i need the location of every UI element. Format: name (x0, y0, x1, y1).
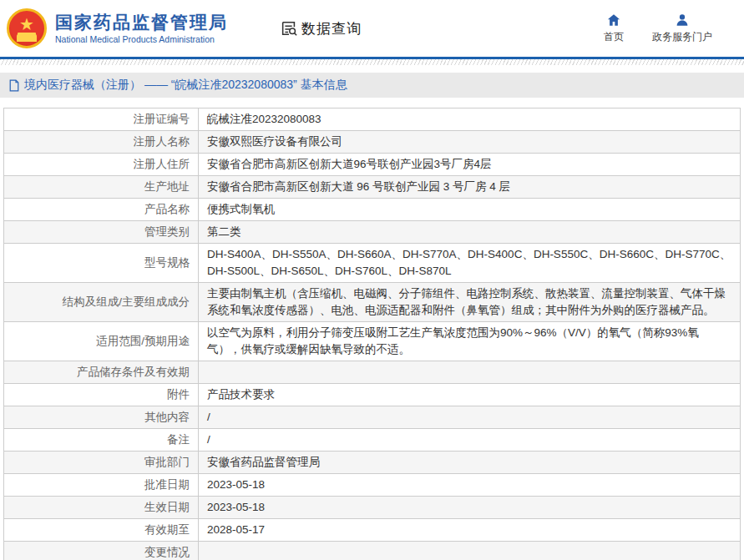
emblem-star-icon: ★ (19, 16, 34, 33)
row-value: 安徽双熙医疗设备有限公司 (199, 131, 741, 154)
table-row: 产品名称便携式制氧机 (4, 199, 741, 221)
row-label: 产品名称 (4, 199, 199, 221)
hatched-band (0, 59, 744, 65)
row-label: 附件 (4, 384, 199, 406)
row-value: 安徽省药品监督管理局 (199, 452, 741, 474)
data-query-tab[interactable]: 数据查询 (280, 19, 362, 38)
row-label: 生产地址 (4, 176, 199, 199)
page-header: ★ 国家药品监督管理局 National Medical Products Ad… (0, 0, 744, 57)
table-row: 生产地址安徽省合肥市高新区创新大道 96 号联创产业园 3 号厂房 4 层 (4, 176, 741, 199)
table-row: 附件产品技术要求 (4, 384, 741, 406)
row-label: 适用范围/预期用途 (4, 322, 199, 361)
row-value (199, 361, 741, 384)
row-label: 备注 (4, 429, 199, 452)
row-label: 产品储存条件及有效期 (4, 361, 199, 384)
row-label: 注册人名称 (4, 131, 199, 154)
row-value: 产品技术要求 (199, 384, 741, 406)
table-row: 注册人住所安徽省合肥市高新区创新大道96号联创产业园3号厂房4层 (4, 154, 741, 176)
row-value: 主要由制氧主机（含压缩机、电磁阀、分子筛组件、电路控制系统、散热装置、流量控制装… (199, 283, 741, 322)
row-label: 批准日期 (4, 474, 199, 497)
registration-info-table: 注册证编号皖械注准20232080083注册人名称安徽双熙医疗设备有限公司注册人… (3, 108, 741, 560)
table-row: 型号规格DH-S400A、DH-S550A、DH-S660A、DH-S770A、… (4, 244, 741, 283)
row-label: 型号规格 (4, 244, 199, 283)
table-row: 备注/ (4, 429, 741, 452)
row-label: 注册证编号 (4, 108, 199, 131)
row-value: / (199, 429, 741, 452)
row-value (199, 542, 741, 560)
nav-item-home[interactable]: 首页 (604, 13, 624, 44)
row-value: DH-S400A、DH-S550A、DH-S660A、DH-S770A、DH-S… (199, 244, 741, 283)
header-nav: 首页 政务服务门户 (604, 13, 732, 44)
table-row: 结构及组成/主要组成成分主要由制氧主机（含压缩机、电磁阀、分子筛组件、电路控制系… (4, 283, 741, 322)
table-row: 其他内容/ (4, 406, 741, 429)
document-icon (8, 79, 20, 92)
table-row: 批准日期2023-05-18 (4, 474, 741, 497)
data-query-label: 数据查询 (301, 19, 362, 38)
table-row: 注册证编号皖械注准20232080083 (4, 108, 741, 131)
nav-home-label: 首页 (604, 30, 624, 44)
row-label: 生效日期 (4, 497, 199, 519)
org-name-cn: 国家药品监督管理局 (55, 12, 228, 33)
table-row: 注册人名称安徽双熙医疗设备有限公司 (4, 131, 741, 154)
row-label: 管理类别 (4, 221, 199, 244)
info-table-body: 注册证编号皖械注准20232080083注册人名称安徽双熙医疗设备有限公司注册人… (4, 108, 741, 560)
data-query-icon (280, 19, 298, 38)
row-label: 其他内容 (4, 406, 199, 429)
breadcrumb-band: 境内医疗器械（注册） —— “皖械注准20232080083” 基本信息 (0, 73, 744, 98)
table-row: 管理类别第二类 (4, 221, 741, 244)
user-icon (675, 13, 690, 28)
row-label: 变更情况 (4, 542, 199, 560)
row-value: 2023-05-18 (199, 474, 741, 497)
org-name-en: National Medical Products Administration (55, 33, 228, 45)
row-value: 第二类 (199, 221, 741, 244)
row-label: 注册人住所 (4, 154, 199, 176)
table-row: 审批部门安徽省药品监督管理局 (4, 452, 741, 474)
row-label: 审批部门 (4, 452, 199, 474)
row-value: 2023-05-18 (199, 497, 741, 519)
table-row: 变更情况 (4, 542, 741, 560)
emblem-gate-icon (17, 34, 37, 42)
table-row: 产品储存条件及有效期 (4, 361, 741, 384)
org-title-block: 国家药品监督管理局 National Medical Products Admi… (55, 12, 228, 45)
row-value: / (199, 406, 741, 429)
home-icon (606, 13, 621, 28)
nav-portal-label: 政务服务门户 (652, 30, 712, 44)
row-value: 安徽省合肥市高新区创新大道 96 号联创产业园 3 号厂房 4 层 (199, 176, 741, 199)
row-value: 便携式制氧机 (199, 199, 741, 221)
table-row: 有效期至2028-05-17 (4, 519, 741, 542)
nav-item-portal[interactable]: 政务服务门户 (652, 13, 712, 44)
table-row: 生效日期2023-05-18 (4, 497, 741, 519)
row-value: 2028-05-17 (199, 519, 741, 542)
row-label: 有效期至 (4, 519, 199, 542)
row-value: 皖械注准20232080083 (199, 108, 741, 131)
national-emblem-logo: ★ (7, 8, 47, 48)
row-label: 结构及组成/主要组成成分 (4, 283, 199, 322)
table-row: 适用范围/预期用途以空气为原料，利用分子筛变压吸附工艺生产氧浓度范围为90%～9… (4, 322, 741, 361)
row-value: 安徽省合肥市高新区创新大道96号联创产业园3号厂房4层 (199, 154, 741, 176)
row-value: 以空气为原料，利用分子筛变压吸附工艺生产氧浓度范围为90%～96%（V/V）的氧… (199, 322, 741, 361)
breadcrumb: 境内医疗器械（注册） —— “皖械注准20232080083” 基本信息 (24, 78, 347, 93)
